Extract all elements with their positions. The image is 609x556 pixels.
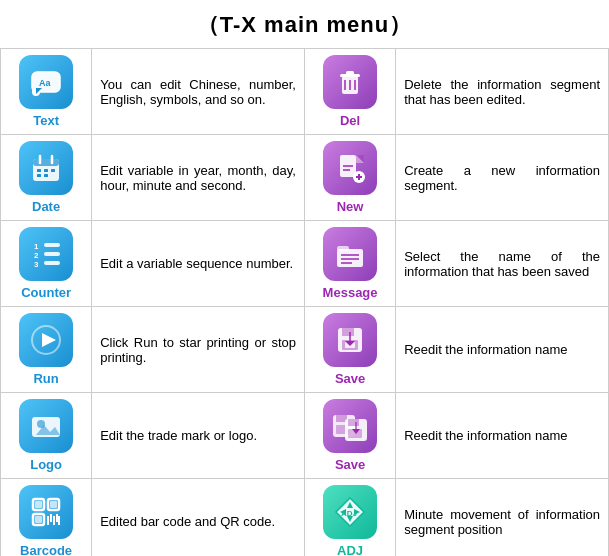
save1-desc: Reedit the information name: [396, 307, 609, 393]
svg-rect-42: [342, 328, 354, 336]
save1-label: Save: [313, 371, 387, 386]
svg-rect-29: [44, 252, 60, 256]
table-row: Barcode Edited bar code and QR code. ADJ…: [1, 479, 609, 557]
text-icon: Aa: [19, 55, 73, 109]
text-desc: You can edit Chinese, number, English, s…: [92, 49, 305, 135]
table-row: Date Edit variable in year, month, day, …: [1, 135, 609, 221]
svg-rect-7: [346, 71, 354, 75]
table-row: Run Click Run to star printing or stop p…: [1, 307, 609, 393]
date-desc: Edit variable in year, month, day, hour,…: [92, 135, 305, 221]
del-icon: [323, 55, 377, 109]
new-label: New: [313, 199, 387, 214]
svg-rect-12: [33, 159, 59, 166]
message-desc: Select the name of the information that …: [396, 221, 609, 307]
svg-rect-19: [44, 174, 48, 177]
new-icon: [323, 141, 377, 195]
svg-rect-16: [44, 169, 48, 172]
save2-desc: Reedit the information name: [396, 393, 609, 479]
table-row: 1 2 3 Counter Edit a variable sequence n…: [1, 221, 609, 307]
logo-icon-cell: Logo: [1, 393, 92, 479]
table-row: Aa Text You can edit Chinese, number, En…: [1, 49, 609, 135]
main-grid: Aa Text You can edit Chinese, number, En…: [0, 48, 609, 556]
svg-rect-22: [356, 155, 364, 163]
barcode-desc: Edited bar code and QR code.: [92, 479, 305, 557]
run-desc: Click Run to star printing or stop print…: [92, 307, 305, 393]
table-row: Logo Edit the trade mark or logo. Save R: [1, 393, 609, 479]
del-icon-cell: Del: [304, 49, 395, 135]
counter-desc: Edit a variable sequence number.: [92, 221, 305, 307]
save2-label: Save: [313, 457, 387, 472]
del-label: Del: [313, 113, 387, 128]
svg-marker-40: [42, 333, 56, 347]
new-icon-cell: New: [304, 135, 395, 221]
page-title: （T-X main menu）: [0, 0, 609, 48]
message-icon: [323, 227, 377, 281]
svg-rect-54: [348, 419, 359, 426]
del-desc: Delete the information segment that has …: [396, 49, 609, 135]
run-icon-cell: Run: [1, 307, 92, 393]
svg-rect-61: [35, 501, 42, 508]
svg-text:2: 2: [34, 251, 39, 260]
svg-rect-35: [337, 246, 349, 251]
new-desc: Create a new information segment.: [396, 135, 609, 221]
date-icon-cell: Date: [1, 135, 92, 221]
barcode-icon-cell: Barcode: [1, 479, 92, 557]
counter-icon: 1 2 3: [19, 227, 73, 281]
svg-rect-17: [51, 169, 55, 172]
logo-label: Logo: [9, 457, 83, 472]
svg-text:3: 3: [34, 260, 39, 269]
date-label: Date: [9, 199, 83, 214]
svg-rect-15: [37, 169, 41, 172]
text-label: Text: [9, 113, 83, 128]
message-icon-cell: Message: [304, 221, 395, 307]
message-label: Message: [313, 285, 387, 300]
save2-icon: [323, 399, 377, 453]
counter-label: Counter: [9, 285, 83, 300]
run-label: Run: [9, 371, 83, 386]
svg-text:1: 1: [34, 242, 39, 251]
adj-icon: ADJ: [323, 485, 377, 539]
svg-rect-34: [337, 249, 363, 267]
logo-icon: [19, 399, 73, 453]
svg-text:Aa: Aa: [39, 78, 51, 88]
barcode-label: Barcode: [9, 543, 83, 556]
save1-icon: [323, 313, 377, 367]
adj-icon-cell: ADJ ADJ: [304, 479, 395, 557]
svg-rect-30: [44, 261, 60, 265]
text-icon-cell: Aa Text: [1, 49, 92, 135]
date-icon: [19, 141, 73, 195]
svg-rect-18: [37, 174, 41, 177]
adj-label: ADJ: [313, 543, 387, 556]
svg-rect-62: [50, 501, 57, 508]
svg-rect-28: [44, 243, 60, 247]
counter-icon-cell: 1 2 3 Counter: [1, 221, 92, 307]
save2-icon-cell: Save: [304, 393, 395, 479]
svg-rect-63: [35, 516, 42, 523]
save1-icon-cell: Save: [304, 307, 395, 393]
adj-desc: Minute movement of information segment p…: [396, 479, 609, 557]
barcode-icon: [19, 485, 73, 539]
run-icon: [19, 313, 73, 367]
logo-desc: Edit the trade mark or logo.: [92, 393, 305, 479]
